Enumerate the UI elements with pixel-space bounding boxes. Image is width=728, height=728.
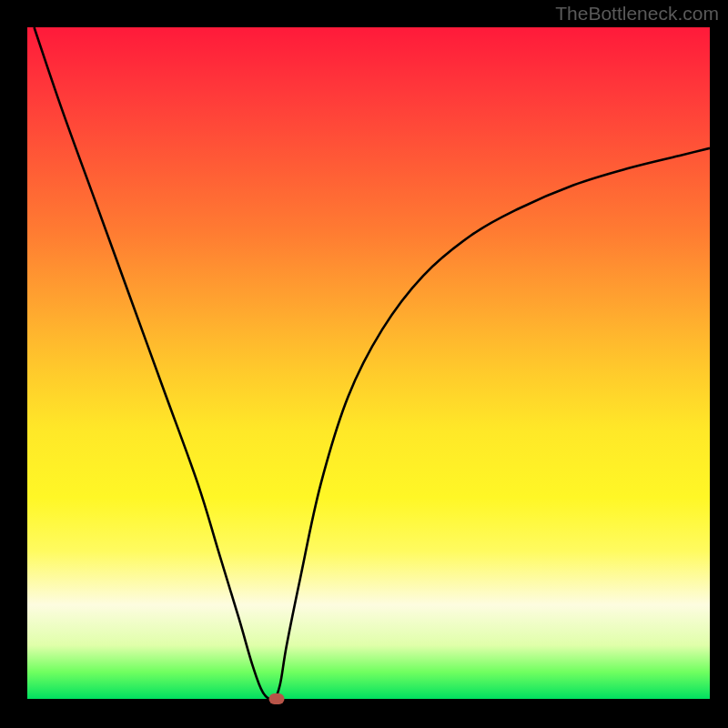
watermark-text: TheBottleneck.com — [555, 3, 719, 25]
optimal-point-marker — [268, 693, 284, 704]
chart-plot-area — [27, 27, 710, 699]
bottleneck-curve — [27, 27, 710, 699]
